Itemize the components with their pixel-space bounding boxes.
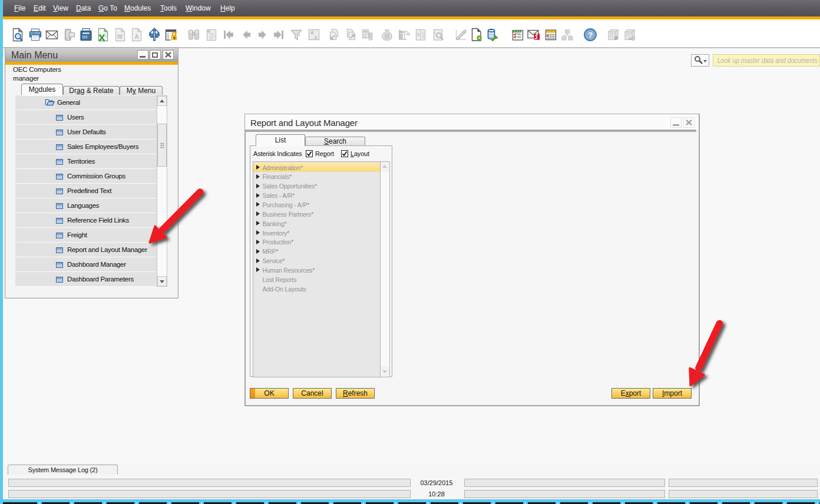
svg-text:W: W (117, 34, 123, 40)
svg-text:$: $ (417, 32, 420, 37)
svg-text:A: A (134, 34, 138, 40)
svg-text:Z: Z (315, 35, 318, 40)
svg-text:A: A (310, 30, 314, 35)
svg-text:?: ? (588, 31, 593, 39)
